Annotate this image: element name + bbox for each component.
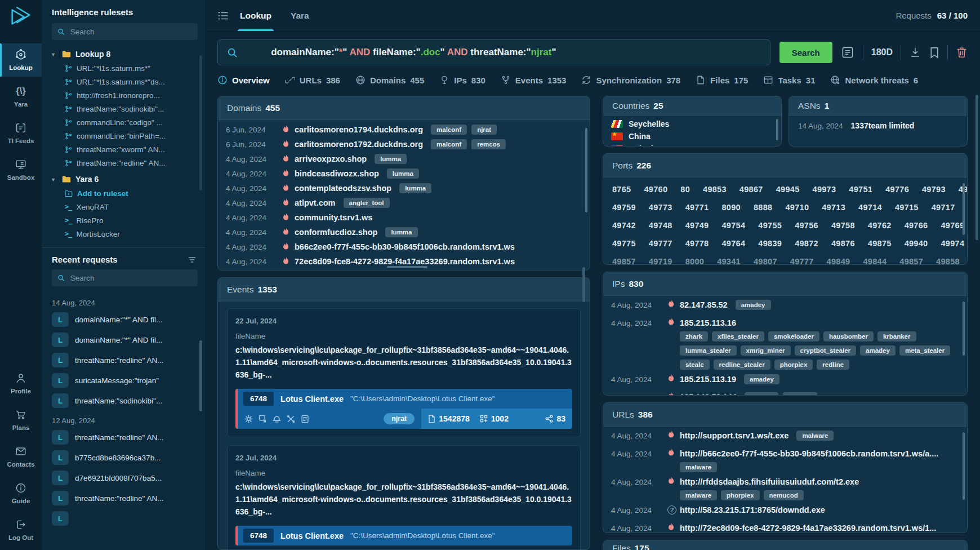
process-row[interactable]: 6748 Lotus Client.exe "C:\Users\admin\De… [235, 526, 572, 545]
recent-request-item[interactable]: L [42, 508, 206, 529]
url-row[interactable]: 4 Aug, 2024 ? http://b66c2ee0-f77f-455c-… [603, 446, 967, 461]
event-card[interactable]: 22 Jul, 2024 fileName c:\windows\servici… [227, 308, 581, 437]
port-number[interactable]: 49876 [831, 239, 855, 248]
url-row[interactable]: 4 Aug, 2024 ? http://rfddsdaajbs.fihsifu… [603, 474, 967, 489]
ip-row[interactable]: 4 Aug, 2024 ? 185.215.113.16 [603, 316, 967, 330]
country-row[interactable]: China [603, 130, 781, 143]
ip-row[interactable]: 16 May, 2024 ? 185.140.53.144 netwirerem… [603, 390, 967, 396]
port-number[interactable]: 49839 [758, 239, 782, 248]
threat-tag[interactable]: malconf [431, 139, 467, 149]
sidebar-item-guide[interactable]: Guide [0, 477, 42, 510]
threat-tag[interactable]: cryptbot_stealer [795, 345, 856, 356]
domain-row[interactable]: 4 Aug, 2024 atlpvt.com angler_tool [218, 196, 590, 210]
port-number[interactable]: 49771 [685, 203, 709, 212]
domain-row[interactable]: 4 Aug, 2024 community.tsrv1.ws [218, 210, 590, 225]
scrollbar-thumb[interactable] [963, 432, 965, 500]
url-row[interactable]: 4 Aug, 2024 ? http://58.23.215.171:8765/… [603, 503, 967, 517]
threat-tag[interactable]: malconf [431, 125, 467, 135]
port-number[interactable]: 80 [680, 185, 690, 194]
recent-request-item[interactable]: L suricataMessage:"trojan" [42, 370, 206, 391]
port-number[interactable]: 49755 [758, 221, 782, 230]
search-input[interactable] [69, 27, 192, 37]
tab-urls[interactable]: URLs 386 [285, 75, 340, 85]
port-number[interactable]: 49858 [936, 257, 960, 265]
tab-yara[interactable]: Yara [289, 0, 310, 31]
ip-address[interactable]: 185.215.113.16 [680, 318, 736, 327]
event-card[interactable]: 22 Jul, 2024 fileName c:\windows\servici… [227, 445, 581, 550]
port-number[interactable]: 8888 [754, 203, 772, 212]
domain-row[interactable]: 4 Aug, 2024 b66c2ee0-f77f-455c-bb30-9b84… [218, 239, 590, 254]
port-number[interactable]: 49793 [922, 185, 946, 194]
port-number[interactable]: 49807 [754, 257, 777, 265]
port-number[interactable]: 49759 [612, 203, 636, 212]
threat-tag[interactable]: netwire [745, 392, 778, 396]
ip-row[interactable]: 4 Aug, 2024 ? 82.147.85.52 amadey [603, 298, 967, 312]
port-number[interactable]: 49749 [685, 221, 709, 230]
yara-rule-item[interactable]: >_ MortisLocker [42, 227, 206, 241]
port-number[interactable]: 49762 [868, 221, 892, 230]
tab-ips[interactable]: IPs 830 [439, 75, 485, 85]
domain-row[interactable]: 6 Jun, 2024 carlitosmoreno1792.duckdns.o… [218, 137, 590, 152]
query-text[interactable]: domainName:"*" AND fileName:".doc" AND t… [244, 36, 556, 69]
port-number[interactable]: 49758 [831, 221, 855, 230]
scrollbar-thumb[interactable] [963, 301, 965, 356]
bookmark-icon[interactable] [929, 47, 939, 59]
tab-events[interactable]: Events 1353 [501, 75, 567, 85]
port-number[interactable]: 49719 [649, 257, 672, 265]
port-number[interactable]: 8000 [685, 257, 704, 265]
port-number[interactable]: 49748 [649, 221, 672, 230]
port-number[interactable]: 49853 [703, 185, 727, 194]
port-number[interactable]: 49778 [685, 239, 709, 248]
port-number[interactable]: 49751 [849, 185, 872, 194]
port-number[interactable]: 49973 [813, 185, 836, 194]
recent-request-item[interactable]: L threatName:"redline" AN... [42, 488, 206, 508]
port-number[interactable]: 49974 [941, 239, 964, 248]
sidebar-item-plans[interactable]: Plans [0, 403, 42, 437]
port-number[interactable]: 49742 [612, 221, 636, 230]
url-text[interactable]: http://58.23.215.171:8765/downdd.exe [680, 505, 825, 514]
port-number[interactable]: 49715 [895, 203, 919, 212]
port-number[interactable]: 49775 [612, 239, 636, 248]
domain-row[interactable]: 4 Aug, 2024 bindceasdiwozx.shop lumma [218, 166, 590, 181]
filter-icon[interactable] [188, 256, 197, 264]
port-number[interactable]: 8090 [721, 203, 740, 212]
port-number[interactable]: 49867 [740, 185, 763, 194]
ruleset-item[interactable]: URL:"*l1s.saturn.ms*"ds... [42, 75, 206, 88]
folder-lookup[interactable]: ▾ Lookup 8 [42, 47, 206, 61]
port-number[interactable]: 49341 [717, 257, 741, 265]
sidebar-item-sandbox[interactable]: Sandbox [0, 153, 42, 187]
domain-name[interactable]: conformfucdioz.shop [295, 228, 377, 237]
threat-tag[interactable]: njrat [471, 125, 497, 135]
threat-tag[interactable]: amadey [736, 300, 771, 310]
recent-request-item[interactable]: L domainName:"*" AND fil... [42, 330, 206, 350]
port-number[interactable]: 49717 [932, 203, 955, 212]
recent-request-item[interactable]: L b775cd8be83696ca37b... [42, 447, 206, 468]
sidebar-item-contacts[interactable]: Contacts [0, 440, 42, 473]
port-number[interactable]: 49945 [776, 185, 800, 194]
recent-request-item[interactable]: L threatName:"redline" AN... [42, 427, 206, 447]
url-text[interactable]: http://b66c2ee0-f77f-455c-bb30-9b845f100… [680, 449, 938, 458]
threat-tag[interactable]: lumma [375, 154, 407, 164]
port-number[interactable]: 49872 [795, 239, 818, 248]
ruleset-item[interactable]: commandLine:"binPath=... [42, 129, 206, 143]
port-number[interactable]: 49844 [863, 257, 887, 265]
threat-tag[interactable]: zhark [680, 331, 708, 341]
search-button[interactable]: Search [779, 42, 832, 63]
recent-request-item[interactable]: L threatName:"sodinokibi"... [42, 391, 206, 411]
port-number[interactable]: 49875 [868, 239, 892, 248]
port-number[interactable]: 49710 [785, 203, 809, 212]
add-to-ruleset-button[interactable]: Add to ruleset [42, 187, 206, 200]
ip-row[interactable]: 4 Aug, 2024 ? 185.215.113.19 amadey [603, 372, 967, 387]
domain-name[interactable]: arriveoxpzxo.shop [295, 154, 367, 163]
tab-lookup[interactable]: Lookup [239, 0, 273, 31]
domain-name[interactable]: carlitosmoreno1792.duckdns.org [295, 140, 423, 149]
port-number[interactable]: 49857 [899, 257, 923, 265]
threat-tag[interactable]: meta_stealer [899, 345, 950, 356]
ip-address[interactable]: 185.140.53.144 [680, 393, 737, 396]
tab-synchronization[interactable]: Synchronization 378 [581, 75, 680, 85]
port-number[interactable]: 49713 [822, 203, 845, 212]
folder-yara[interactable]: ▾ Yara 6 [42, 172, 206, 187]
yara-rule-item[interactable]: >_ RisePro [42, 214, 206, 227]
domain-name[interactable]: community.tsrv1.ws [295, 213, 372, 222]
sidebar-item-yara[interactable]: {\} Yara [0, 80, 42, 113]
